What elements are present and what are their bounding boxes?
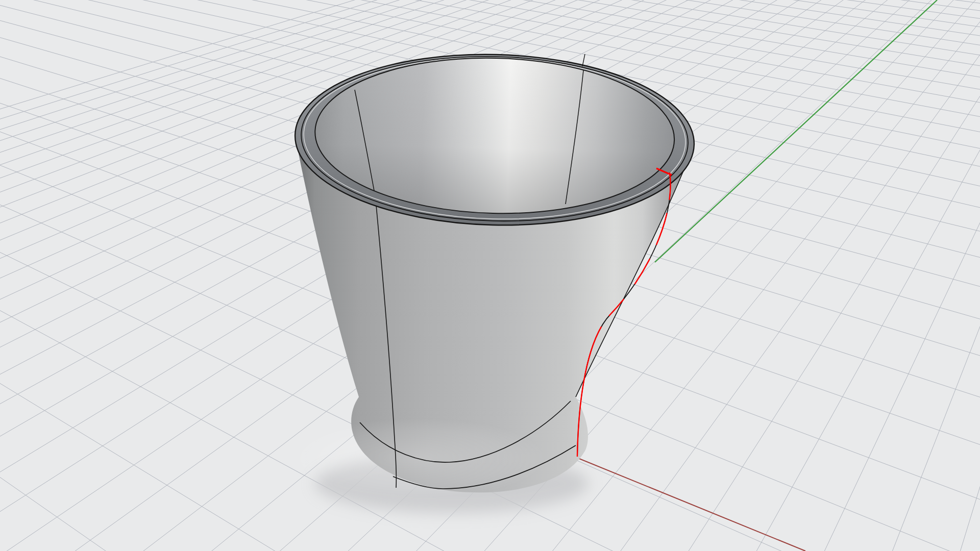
foot-highlight: [291, 418, 546, 498]
scene-svg: [0, 0, 980, 551]
viewport-3d[interactable]: [0, 0, 980, 551]
cad-app-window: [0, 0, 980, 551]
